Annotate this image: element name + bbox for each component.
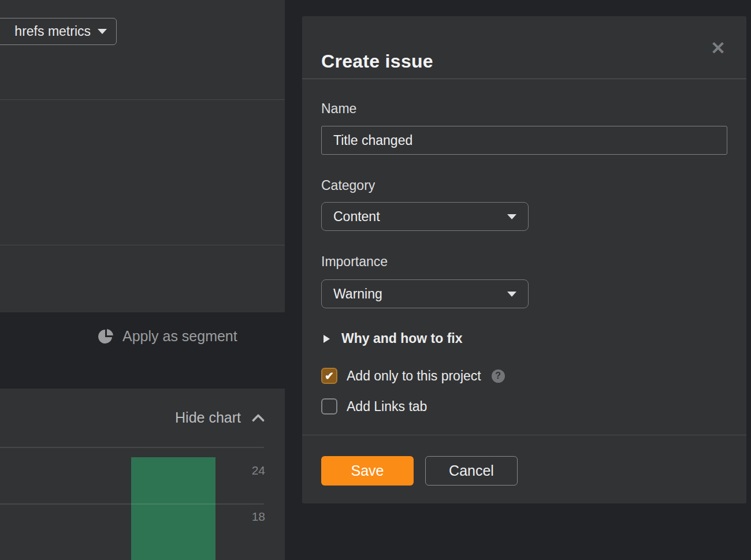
why-and-how-to-fix-label: Why and how to fix — [341, 331, 463, 346]
filters-panel: hrefs metrics Apply as segment — [0, 0, 285, 312]
add-only-to-project-checkbox[interactable]: ✔ — [321, 368, 337, 384]
category-select[interactable]: Content — [321, 202, 529, 231]
chart-bar[interactable] — [131, 457, 215, 560]
add-only-to-project-label[interactable]: Add only to this project — [347, 368, 481, 384]
divider — [0, 99, 285, 100]
hide-chart-toggle[interactable]: Hide chart — [175, 409, 263, 426]
add-links-tab-row: Add Links tab — [321, 398, 427, 415]
save-button[interactable]: Save — [321, 456, 414, 486]
check-icon: ✔ — [325, 369, 334, 383]
pie-chart-icon — [98, 329, 113, 344]
add-links-tab-checkbox[interactable] — [321, 398, 337, 415]
help-icon[interactable]: ? — [492, 369, 505, 383]
category-label: Category — [321, 178, 375, 193]
name-label: Name — [321, 101, 356, 117]
gridline — [0, 447, 264, 448]
modal-footer: Save Cancel — [302, 435, 746, 503]
chevron-down-icon — [507, 292, 516, 297]
divider — [0, 245, 285, 245]
why-and-how-to-fix-expander[interactable]: Why and how to fix — [324, 331, 463, 346]
y-axis-tick: 24 — [242, 464, 265, 477]
close-icon[interactable]: ✕ — [706, 36, 730, 60]
importance-select[interactable]: Warning — [321, 279, 529, 308]
disclosure-triangle-icon — [324, 335, 330, 343]
divider — [302, 79, 746, 79]
metrics-dropdown-button[interactable]: hrefs metrics — [0, 18, 117, 45]
apply-as-segment-label: Apply as segment — [122, 328, 237, 345]
modal-title: Create issue — [321, 51, 433, 72]
question-mark-glyph: ? — [495, 371, 501, 381]
add-links-tab-label[interactable]: Add Links tab — [347, 399, 427, 415]
name-input[interactable] — [321, 126, 727, 155]
chevron-down-icon — [507, 214, 516, 219]
hide-chart-label: Hide chart — [175, 409, 241, 426]
chevron-up-icon — [252, 413, 265, 427]
gridline — [0, 503, 264, 505]
importance-selected-value: Warning — [333, 286, 382, 302]
category-selected-value: Content — [333, 209, 380, 225]
cancel-button[interactable]: Cancel — [425, 456, 518, 486]
create-issue-modal: Create issue ✕ Name Category Content Imp… — [302, 16, 746, 503]
chevron-down-icon — [98, 29, 107, 34]
add-only-to-project-row: ✔ Add only to this project ? — [321, 368, 505, 384]
metrics-dropdown-label: hrefs metrics — [14, 24, 91, 39]
apply-as-segment-button[interactable]: Apply as segment — [98, 328, 237, 345]
y-axis-tick: 18 — [242, 510, 265, 524]
importance-label: Importance — [321, 254, 388, 270]
chart-panel: Hide chart 24 18 — [0, 389, 285, 560]
